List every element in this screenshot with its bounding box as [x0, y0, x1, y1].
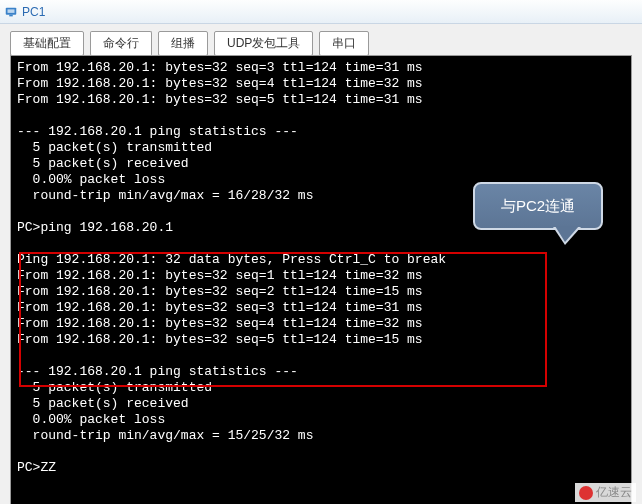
app-icon — [4, 5, 18, 19]
annotation-callout: 与PC2连通 — [473, 182, 603, 230]
svg-rect-1 — [8, 9, 15, 13]
tab-bar: 基础配置 命令行 组播 UDP发包工具 串口 — [0, 24, 642, 55]
watermark-icon — [579, 486, 593, 500]
callout-text: 与PC2连通 — [501, 197, 575, 216]
window-title-bar: PC1 — [0, 0, 642, 24]
tab-command-line[interactable]: 命令行 — [90, 31, 152, 56]
tab-udp-tool[interactable]: UDP发包工具 — [214, 31, 313, 56]
window-title: PC1 — [22, 5, 45, 19]
watermark-text: 亿速云 — [596, 484, 632, 501]
tab-serial[interactable]: 串口 — [319, 31, 369, 56]
tab-basic-config[interactable]: 基础配置 — [10, 31, 84, 56]
watermark: 亿速云 — [575, 483, 636, 502]
tab-multicast[interactable]: 组播 — [158, 31, 208, 56]
svg-rect-2 — [9, 14, 13, 16]
terminal-output[interactable]: From 192.168.20.1: bytes=32 seq=3 ttl=12… — [11, 56, 631, 480]
terminal-panel: From 192.168.20.1: bytes=32 seq=3 ttl=12… — [10, 55, 632, 504]
